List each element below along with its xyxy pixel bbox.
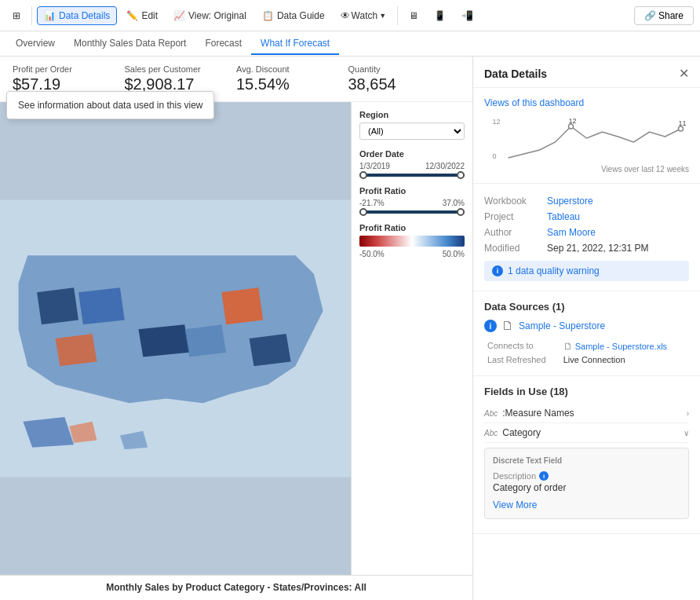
tooltip-box: See information about data used in this … bbox=[6, 91, 214, 119]
meta-key-modified: Modified bbox=[484, 240, 547, 256]
region-filter-label: Region bbox=[359, 110, 465, 119]
color-range: -50.0% 50.0% bbox=[359, 250, 465, 258]
bar-chart-icon: 📈 bbox=[173, 10, 185, 21]
stat-value-2: 15.54% bbox=[236, 75, 348, 93]
data-guide-label: Data Guide bbox=[277, 10, 325, 21]
warning-text: 1 data quality warning bbox=[508, 265, 600, 276]
home-button[interactable]: ⊞ bbox=[6, 7, 27, 24]
profit-ratio-color-bar bbox=[359, 236, 465, 247]
profit-ratio-color-group: Profit Ratio -50.0% 50.0% bbox=[359, 223, 465, 258]
stat-label-1: Sales per Customer bbox=[125, 64, 237, 74]
data-details-button[interactable]: 📊 Data Details bbox=[37, 6, 117, 25]
svg-text:12: 12 bbox=[569, 117, 577, 125]
meta-row-author: Author Sam Moore bbox=[484, 225, 689, 240]
order-date-range: 1/3/2019 12/30/2022 bbox=[359, 162, 465, 170]
stat-label-2: Avg. Discount bbox=[236, 64, 348, 74]
meta-val-project[interactable]: Tableau bbox=[547, 209, 689, 225]
views-section: Views of this dashboard 12 0 12 11 bbox=[473, 88, 700, 184]
region-filter-select[interactable]: (All) bbox=[359, 123, 465, 140]
views-sublabel: Views over last 12 weeks bbox=[484, 165, 689, 174]
tablet-icon: 📱 bbox=[434, 10, 446, 21]
warning-icon: i bbox=[492, 265, 503, 276]
ds-refreshed-val: Live Connection bbox=[560, 353, 689, 366]
toolbar-divider-1 bbox=[31, 6, 32, 25]
field-item-category[interactable]: Abc Category ∨ bbox=[484, 423, 689, 443]
watch-label: Watch bbox=[352, 10, 378, 21]
data-guide-button[interactable]: 📋 Data Guide bbox=[256, 7, 331, 24]
field-name-category: Category bbox=[502, 427, 541, 438]
stat-avg-discount: Avg. Discount 15.54% bbox=[236, 64, 348, 93]
ds-refreshed-row: Last Refreshed Live Connection bbox=[484, 353, 689, 366]
svg-text:12: 12 bbox=[493, 118, 501, 126]
edit-label: Edit bbox=[141, 10, 158, 21]
watch-button[interactable]: 👁 Watch ▼ bbox=[334, 7, 392, 24]
stat-label-3: Quantity bbox=[348, 64, 461, 74]
meta-row-workbook: Workbook Superstore bbox=[484, 193, 689, 209]
tab-forecast[interactable]: Forecast bbox=[195, 33, 251, 55]
view-more-button[interactable]: View More bbox=[493, 499, 537, 510]
views-title-text: Views of bbox=[484, 97, 520, 108]
stat-profit-per-order: Profit per Order $57.19 bbox=[13, 64, 125, 93]
data-quality-warning[interactable]: i 1 data quality warning bbox=[484, 261, 689, 281]
metadata-table: Workbook Superstore Project Tableau Auth… bbox=[484, 193, 689, 256]
data-source-details: Connects to 🗋 Sample - Superstore.xls La… bbox=[484, 339, 689, 366]
meta-row-project: Project Tableau bbox=[484, 209, 689, 225]
field-item-measure-names[interactable]: Abc :Measure Names › bbox=[484, 404, 689, 423]
data-source-icon: i bbox=[484, 320, 497, 332]
profit-ratio-min: -21.7% bbox=[359, 199, 385, 207]
fields-title: Fields in Use (18) bbox=[484, 386, 689, 397]
views-section-title: Views of this dashboard bbox=[484, 97, 689, 108]
profit-ratio-slider[interactable] bbox=[359, 210, 465, 214]
field-item-measure-left: Abc :Measure Names bbox=[484, 408, 574, 419]
data-details-label: Data Details bbox=[59, 10, 110, 21]
close-panel-button[interactable]: ✕ bbox=[679, 66, 689, 81]
stat-quantity: Quantity 38,654 bbox=[348, 64, 461, 93]
stat-value-3: 38,654 bbox=[348, 75, 461, 93]
device-mobile-button[interactable]: 📲 bbox=[455, 7, 479, 24]
eye-icon: 👁 bbox=[341, 10, 350, 21]
ds-connects-row: Connects to 🗋 Sample - Superstore.xls bbox=[484, 339, 689, 353]
profit-ratio-max: 37.0% bbox=[443, 199, 465, 207]
ds-refreshed-key: Last Refreshed bbox=[484, 353, 560, 366]
edit-icon: ✏️ bbox=[126, 10, 138, 21]
views-chart: 12 0 12 11 bbox=[484, 115, 689, 162]
desktop-icon: 🖥 bbox=[409, 10, 418, 21]
field-type-measure: Abc bbox=[484, 409, 498, 418]
data-details-icon: 📊 bbox=[44, 10, 56, 21]
description-text: Description bbox=[493, 471, 536, 481]
views-title-link[interactable]: this dashboard bbox=[522, 97, 584, 108]
dashboard-panel: See information about data used in this … bbox=[0, 57, 472, 600]
mobile-icon: 📲 bbox=[461, 10, 473, 21]
profit-ratio-range: -21.7% 37.0% bbox=[359, 199, 465, 207]
share-label: Share bbox=[658, 10, 684, 21]
tab-monthly-sales[interactable]: Monthly Sales Data Report bbox=[64, 33, 195, 55]
ds-connects-val[interactable]: Sample - Superstore.xls bbox=[575, 342, 667, 351]
share-button[interactable]: 🔗 Share bbox=[634, 6, 694, 25]
stat-label-0: Profit per Order bbox=[13, 64, 125, 74]
ds-connects-key: Connects to bbox=[484, 339, 560, 353]
tab-what-if-forecast[interactable]: What If Forecast bbox=[251, 33, 339, 55]
meta-key-author: Author bbox=[484, 225, 547, 240]
chart-title: Monthly Sales by Product Category - Stat… bbox=[9, 582, 463, 593]
field-item-category-left: Abc Category bbox=[484, 427, 541, 438]
meta-key-workbook: Workbook bbox=[484, 193, 547, 209]
main-toolbar: ⊞ 📊 Data Details ✏️ Edit 📈 View: Origina… bbox=[0, 0, 700, 31]
data-source-item[interactable]: i 🗋 Sample - Superstore bbox=[484, 319, 689, 333]
share-icon: 🔗 bbox=[644, 10, 656, 21]
data-source-file-icon: 🗋 bbox=[501, 319, 514, 333]
edit-button[interactable]: ✏️ Edit bbox=[120, 7, 164, 24]
metadata-section: Workbook Superstore Project Tableau Auth… bbox=[473, 184, 700, 291]
order-date-filter-group: Order Date 1/3/2019 12/30/2022 bbox=[359, 149, 465, 177]
tooltip-text: See information about data used in this … bbox=[18, 100, 202, 111]
tabs-row: Overview Monthly Sales Data Report Forec… bbox=[0, 31, 700, 57]
meta-key-project: Project bbox=[484, 209, 547, 225]
tab-overview[interactable]: Overview bbox=[6, 33, 64, 55]
meta-val-author[interactable]: Sam Moore bbox=[547, 225, 689, 240]
data-source-name: Sample - Superstore bbox=[519, 320, 605, 331]
device-tablet-button[interactable]: 📱 bbox=[428, 7, 452, 24]
view-original-button[interactable]: 📈 View: Original bbox=[167, 7, 253, 24]
map-area[interactable] bbox=[0, 102, 351, 575]
meta-val-workbook[interactable]: Superstore bbox=[547, 193, 689, 209]
device-desktop-button[interactable]: 🖥 bbox=[403, 7, 425, 24]
order-date-slider[interactable] bbox=[359, 174, 465, 177]
